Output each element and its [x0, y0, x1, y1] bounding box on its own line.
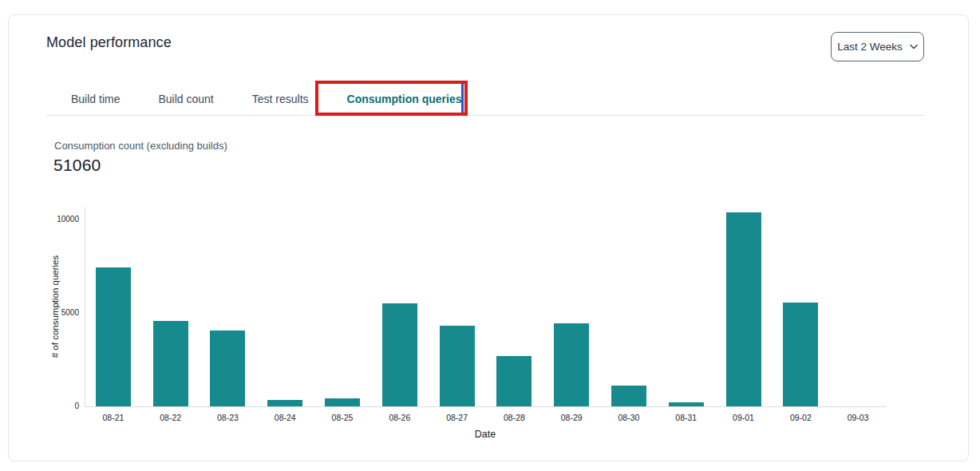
- bar-08-29[interactable]: [554, 323, 589, 406]
- y-tick-label: 5000: [41, 308, 79, 318]
- x-tick-label: 09-02: [773, 413, 828, 422]
- bar-08-25[interactable]: [325, 398, 360, 406]
- bar-08-27[interactable]: [440, 326, 475, 406]
- model-performance-card: Model performance Last 2 Weeks Build tim…: [8, 14, 969, 461]
- bar-08-24[interactable]: [267, 400, 302, 406]
- x-tick-label: 08-22: [143, 413, 199, 422]
- bar-08-23[interactable]: [210, 330, 245, 406]
- x-tick-label: 08-24: [257, 413, 313, 422]
- x-tick-label: 08-31: [658, 413, 714, 422]
- bar-08-22[interactable]: [153, 321, 188, 406]
- x-axis-title: Date: [475, 429, 496, 440]
- x-tick-label: 08-30: [601, 413, 657, 422]
- y-tick-label: 10000: [41, 215, 79, 224]
- x-tick-label: 08-23: [200, 413, 255, 422]
- bar-08-31[interactable]: [669, 402, 704, 406]
- x-tick-label: 09-03: [830, 413, 886, 422]
- bar-08-28[interactable]: [496, 356, 531, 406]
- bar-08-21[interactable]: [96, 267, 131, 406]
- y-axis-title: # of consumption queries: [50, 255, 60, 358]
- x-tick-label: 08-28: [486, 413, 542, 422]
- bar-08-30[interactable]: [611, 386, 646, 406]
- x-tick-label: 08-29: [543, 413, 599, 422]
- x-tick-label: 09-01: [716, 413, 772, 422]
- consumption-bar-chart: # of consumption queries 0500010000 08-2…: [9, 15, 968, 461]
- y-tick-label: 0: [41, 402, 79, 411]
- x-tick-label: 08-26: [372, 413, 428, 422]
- x-axis-line: [85, 406, 887, 407]
- x-tick-label: 08-27: [429, 413, 485, 422]
- y-axis-line: [85, 207, 85, 406]
- x-tick-label: 08-21: [85, 413, 141, 422]
- bar-08-26[interactable]: [382, 303, 417, 406]
- bar-09-01[interactable]: [726, 212, 761, 406]
- bar-09-02[interactable]: [783, 303, 818, 406]
- x-tick-label: 08-25: [314, 413, 370, 422]
